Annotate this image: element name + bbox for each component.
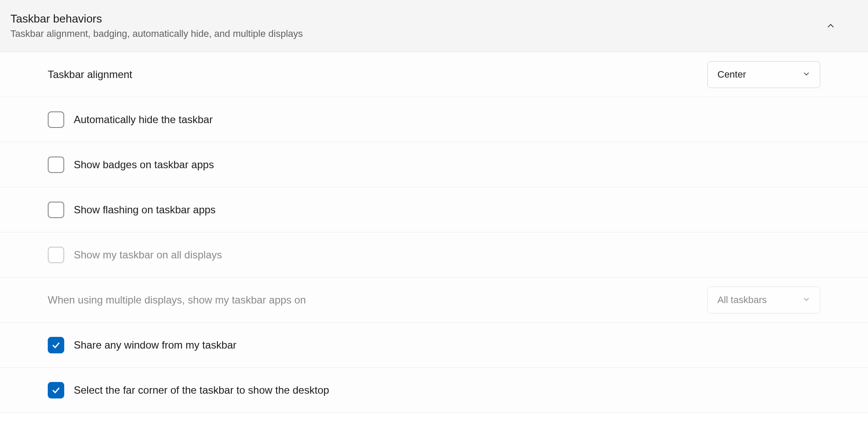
dropdown-multidisplay: All taskbars (707, 287, 820, 313)
row-all-displays: Show my taskbar on all displays (0, 232, 868, 277)
checkbox-autohide[interactable] (48, 111, 64, 128)
collapse-button[interactable] (821, 16, 840, 36)
chevron-down-icon (802, 69, 810, 80)
section-subtitle: Taskbar alignment, badging, automaticall… (10, 28, 303, 39)
label-taskbar-alignment: Taskbar alignment (48, 69, 132, 81)
dropdown-taskbar-alignment[interactable]: Center (707, 61, 820, 88)
label-far-corner: Select the far corner of the taskbar to … (74, 384, 329, 396)
row-multidisplay: When using multiple displays, show my ta… (0, 277, 868, 323)
row-taskbar-alignment: Taskbar alignment Center (0, 52, 868, 97)
dropdown-value: All taskbars (717, 294, 767, 306)
row-share-window: Share any window from my taskbar (0, 323, 868, 368)
chevron-up-icon (826, 21, 835, 31)
section-header-text: Taskbar behaviors Taskbar alignment, bad… (10, 12, 303, 39)
row-flashing: Show flashing on taskbar apps (0, 187, 868, 232)
label-multidisplay: When using multiple displays, show my ta… (48, 294, 306, 306)
label-all-displays: Show my taskbar on all displays (74, 249, 222, 261)
checkbox-badges[interactable] (48, 157, 64, 173)
label-flashing: Show flashing on taskbar apps (74, 204, 216, 216)
checkbox-all-displays (48, 247, 64, 263)
section-title: Taskbar behaviors (10, 12, 303, 26)
dropdown-value: Center (717, 69, 746, 80)
row-far-corner: Select the far corner of the taskbar to … (0, 368, 868, 413)
label-share-window: Share any window from my taskbar (74, 339, 237, 351)
checkbox-flashing[interactable] (48, 202, 64, 218)
checkbox-share-window[interactable] (48, 337, 64, 353)
row-autohide: Automatically hide the taskbar (0, 97, 868, 142)
label-autohide: Automatically hide the taskbar (74, 114, 213, 126)
checkbox-far-corner[interactable] (48, 382, 64, 398)
section-header[interactable]: Taskbar behaviors Taskbar alignment, bad… (0, 0, 868, 52)
chevron-down-icon (802, 294, 810, 306)
label-badges: Show badges on taskbar apps (74, 159, 214, 171)
row-badges: Show badges on taskbar apps (0, 142, 868, 187)
